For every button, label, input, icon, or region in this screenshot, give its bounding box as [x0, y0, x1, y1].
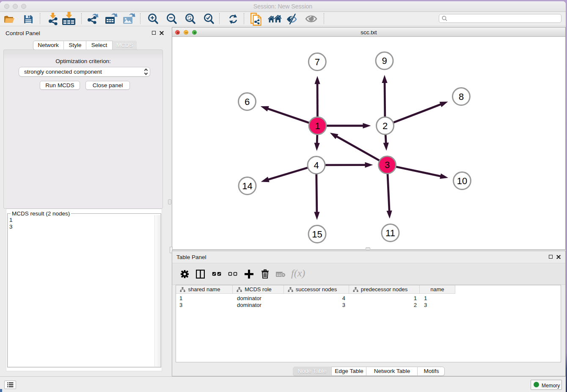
- svg-text:3: 3: [385, 160, 390, 170]
- svg-text:14: 14: [242, 181, 252, 191]
- svg-text:11: 11: [385, 228, 395, 238]
- svg-text:7: 7: [315, 57, 320, 67]
- svg-text:9: 9: [382, 55, 387, 66]
- svg-text:1: 1: [315, 121, 320, 131]
- svg-text:8: 8: [459, 91, 464, 102]
- svg-text:4: 4: [314, 160, 319, 171]
- svg-text:2: 2: [383, 121, 388, 131]
- svg-text:10: 10: [457, 176, 467, 186]
- svg-text:6: 6: [245, 97, 250, 107]
- svg-text:15: 15: [312, 229, 322, 240]
